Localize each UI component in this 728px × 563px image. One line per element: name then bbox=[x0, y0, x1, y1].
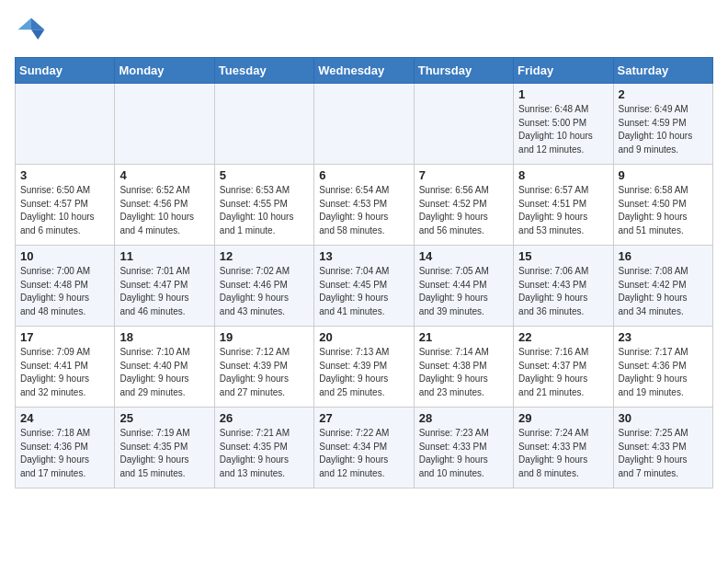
calendar-cell: 7Sunrise: 6:56 AM Sunset: 4:52 PM Daylig… bbox=[414, 165, 513, 246]
day-number: 27 bbox=[319, 411, 408, 425]
svg-marker-0 bbox=[31, 18, 44, 30]
day-number: 4 bbox=[119, 168, 209, 182]
day-number: 1 bbox=[518, 87, 608, 101]
calendar-cell: 29Sunrise: 7:24 AM Sunset: 4:33 PM Dayli… bbox=[514, 408, 613, 488]
day-number: 6 bbox=[319, 168, 408, 182]
calendar-cell: 1Sunrise: 6:48 AM Sunset: 5:00 PM Daylig… bbox=[514, 84, 613, 165]
weekday-header-tuesday: Tuesday bbox=[214, 58, 313, 84]
day-info: Sunrise: 7:00 AM Sunset: 4:48 PM Dayligh… bbox=[20, 265, 109, 318]
day-number: 22 bbox=[518, 330, 608, 344]
calendar-week-row: 10Sunrise: 7:00 AM Sunset: 4:48 PM Dayli… bbox=[16, 246, 713, 327]
calendar-cell bbox=[16, 84, 115, 165]
day-info: Sunrise: 7:08 AM Sunset: 4:42 PM Dayligh… bbox=[619, 265, 708, 318]
page-header bbox=[15, 15, 713, 48]
calendar-cell bbox=[115, 84, 214, 165]
weekday-header-monday: Monday bbox=[115, 58, 214, 84]
day-info: Sunrise: 7:10 AM Sunset: 4:40 PM Dayligh… bbox=[119, 346, 209, 399]
calendar-cell: 26Sunrise: 7:21 AM Sunset: 4:35 PM Dayli… bbox=[214, 408, 313, 488]
day-info: Sunrise: 6:56 AM Sunset: 4:52 PM Dayligh… bbox=[419, 184, 508, 237]
day-number: 10 bbox=[20, 249, 109, 263]
day-number: 23 bbox=[619, 330, 708, 344]
day-number: 3 bbox=[20, 168, 109, 182]
day-info: Sunrise: 6:52 AM Sunset: 4:56 PM Dayligh… bbox=[119, 184, 209, 237]
calendar-cell: 4Sunrise: 6:52 AM Sunset: 4:56 PM Daylig… bbox=[115, 165, 214, 246]
day-info: Sunrise: 7:23 AM Sunset: 4:33 PM Dayligh… bbox=[419, 427, 508, 480]
day-info: Sunrise: 6:49 AM Sunset: 4:59 PM Dayligh… bbox=[619, 103, 708, 156]
calendar-cell: 25Sunrise: 7:19 AM Sunset: 4:35 PM Dayli… bbox=[115, 408, 214, 488]
day-info: Sunrise: 7:06 AM Sunset: 4:43 PM Dayligh… bbox=[518, 265, 608, 318]
weekday-header-friday: Friday bbox=[514, 58, 613, 84]
calendar-cell: 21Sunrise: 7:14 AM Sunset: 4:38 PM Dayli… bbox=[414, 327, 513, 408]
day-info: Sunrise: 7:01 AM Sunset: 4:47 PM Dayligh… bbox=[119, 265, 209, 318]
weekday-header-wednesday: Wednesday bbox=[314, 58, 414, 84]
day-info: Sunrise: 6:53 AM Sunset: 4:55 PM Dayligh… bbox=[220, 184, 309, 237]
svg-marker-1 bbox=[18, 18, 31, 30]
day-info: Sunrise: 7:04 AM Sunset: 4:45 PM Dayligh… bbox=[319, 265, 408, 318]
logo bbox=[15, 15, 51, 48]
calendar-cell: 13Sunrise: 7:04 AM Sunset: 4:45 PM Dayli… bbox=[314, 246, 414, 327]
calendar-cell: 10Sunrise: 7:00 AM Sunset: 4:48 PM Dayli… bbox=[16, 246, 115, 327]
day-number: 2 bbox=[619, 87, 708, 101]
day-info: Sunrise: 7:19 AM Sunset: 4:35 PM Dayligh… bbox=[119, 427, 209, 480]
day-info: Sunrise: 6:48 AM Sunset: 5:00 PM Dayligh… bbox=[518, 103, 608, 156]
day-number: 29 bbox=[518, 411, 608, 425]
day-number: 14 bbox=[419, 249, 508, 263]
weekday-header-saturday: Saturday bbox=[613, 58, 712, 84]
day-number: 18 bbox=[119, 330, 209, 344]
day-info: Sunrise: 7:13 AM Sunset: 4:39 PM Dayligh… bbox=[319, 346, 408, 399]
calendar-cell: 15Sunrise: 7:06 AM Sunset: 4:43 PM Dayli… bbox=[514, 246, 613, 327]
day-number: 20 bbox=[319, 330, 408, 344]
day-info: Sunrise: 7:22 AM Sunset: 4:34 PM Dayligh… bbox=[319, 427, 408, 480]
calendar-cell: 9Sunrise: 6:58 AM Sunset: 4:50 PM Daylig… bbox=[613, 165, 712, 246]
day-number: 21 bbox=[419, 330, 508, 344]
day-info: Sunrise: 7:25 AM Sunset: 4:33 PM Dayligh… bbox=[619, 427, 708, 480]
day-info: Sunrise: 7:24 AM Sunset: 4:33 PM Dayligh… bbox=[518, 427, 608, 480]
calendar-cell: 20Sunrise: 7:13 AM Sunset: 4:39 PM Dayli… bbox=[314, 327, 414, 408]
calendar-cell: 11Sunrise: 7:01 AM Sunset: 4:47 PM Dayli… bbox=[115, 246, 214, 327]
calendar-cell: 19Sunrise: 7:12 AM Sunset: 4:39 PM Dayli… bbox=[214, 327, 313, 408]
day-number: 12 bbox=[220, 249, 309, 263]
calendar-week-row: 1Sunrise: 6:48 AM Sunset: 5:00 PM Daylig… bbox=[16, 84, 713, 165]
calendar-cell: 12Sunrise: 7:02 AM Sunset: 4:46 PM Dayli… bbox=[214, 246, 313, 327]
calendar-cell: 17Sunrise: 7:09 AM Sunset: 4:41 PM Dayli… bbox=[16, 327, 115, 408]
calendar-cell: 30Sunrise: 7:25 AM Sunset: 4:33 PM Dayli… bbox=[613, 408, 712, 488]
calendar-cell: 22Sunrise: 7:16 AM Sunset: 4:37 PM Dayli… bbox=[514, 327, 613, 408]
day-number: 24 bbox=[20, 411, 109, 425]
calendar-cell bbox=[314, 84, 414, 165]
calendar-cell: 3Sunrise: 6:50 AM Sunset: 4:57 PM Daylig… bbox=[16, 165, 115, 246]
svg-marker-2 bbox=[31, 29, 44, 40]
day-number: 13 bbox=[319, 249, 408, 263]
calendar-cell: 6Sunrise: 6:54 AM Sunset: 4:53 PM Daylig… bbox=[314, 165, 414, 246]
calendar-week-row: 3Sunrise: 6:50 AM Sunset: 4:57 PM Daylig… bbox=[16, 165, 713, 246]
weekday-header-row: SundayMondayTuesdayWednesdayThursdayFrid… bbox=[16, 58, 713, 84]
day-info: Sunrise: 7:21 AM Sunset: 4:35 PM Dayligh… bbox=[220, 427, 309, 480]
weekday-header-sunday: Sunday bbox=[16, 58, 115, 84]
calendar-cell: 23Sunrise: 7:17 AM Sunset: 4:36 PM Dayli… bbox=[613, 327, 712, 408]
day-number: 17 bbox=[20, 330, 109, 344]
calendar-week-row: 17Sunrise: 7:09 AM Sunset: 4:41 PM Dayli… bbox=[16, 327, 713, 408]
day-info: Sunrise: 6:50 AM Sunset: 4:57 PM Dayligh… bbox=[20, 184, 109, 237]
calendar-cell: 5Sunrise: 6:53 AM Sunset: 4:55 PM Daylig… bbox=[214, 165, 313, 246]
day-number: 30 bbox=[619, 411, 708, 425]
day-info: Sunrise: 6:57 AM Sunset: 4:51 PM Dayligh… bbox=[518, 184, 608, 237]
day-info: Sunrise: 7:16 AM Sunset: 4:37 PM Dayligh… bbox=[518, 346, 608, 399]
calendar-cell: 27Sunrise: 7:22 AM Sunset: 4:34 PM Dayli… bbox=[314, 408, 414, 488]
calendar-cell: 16Sunrise: 7:08 AM Sunset: 4:42 PM Dayli… bbox=[613, 246, 712, 327]
calendar-cell: 24Sunrise: 7:18 AM Sunset: 4:36 PM Dayli… bbox=[16, 408, 115, 488]
day-number: 5 bbox=[220, 168, 309, 182]
weekday-header-thursday: Thursday bbox=[414, 58, 513, 84]
day-info: Sunrise: 7:17 AM Sunset: 4:36 PM Dayligh… bbox=[619, 346, 708, 399]
day-info: Sunrise: 7:18 AM Sunset: 4:36 PM Dayligh… bbox=[20, 427, 109, 480]
day-info: Sunrise: 7:02 AM Sunset: 4:46 PM Dayligh… bbox=[220, 265, 309, 318]
day-info: Sunrise: 7:14 AM Sunset: 4:38 PM Dayligh… bbox=[419, 346, 508, 399]
calendar-cell: 14Sunrise: 7:05 AM Sunset: 4:44 PM Dayli… bbox=[414, 246, 513, 327]
calendar-cell: 2Sunrise: 6:49 AM Sunset: 4:59 PM Daylig… bbox=[613, 84, 712, 165]
day-info: Sunrise: 7:05 AM Sunset: 4:44 PM Dayligh… bbox=[419, 265, 508, 318]
logo-icon bbox=[15, 15, 48, 48]
day-number: 7 bbox=[419, 168, 508, 182]
day-info: Sunrise: 6:58 AM Sunset: 4:50 PM Dayligh… bbox=[619, 184, 708, 237]
day-number: 16 bbox=[619, 249, 708, 263]
calendar-cell: 18Sunrise: 7:10 AM Sunset: 4:40 PM Dayli… bbox=[115, 327, 214, 408]
calendar-week-row: 24Sunrise: 7:18 AM Sunset: 4:36 PM Dayli… bbox=[16, 408, 713, 488]
calendar-cell: 8Sunrise: 6:57 AM Sunset: 4:51 PM Daylig… bbox=[514, 165, 613, 246]
